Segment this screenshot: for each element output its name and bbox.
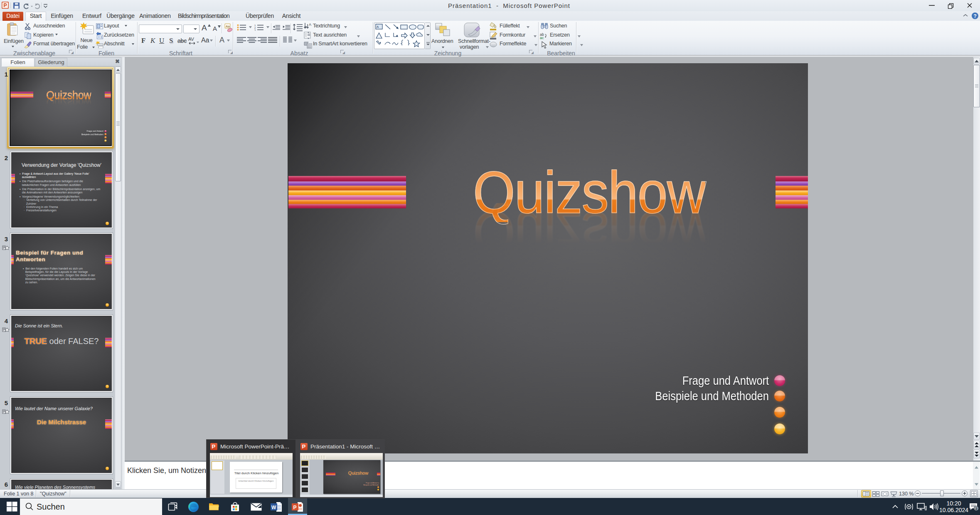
svg-text:Aa: Aa bbox=[226, 25, 230, 28]
svg-text:P: P bbox=[293, 505, 297, 510]
svg-text:A: A bbox=[309, 22, 311, 27]
svg-text:2: 2 bbox=[975, 507, 978, 511]
svg-text:W: W bbox=[271, 505, 276, 510]
svg-text:A: A bbox=[377, 25, 379, 29]
svg-text:?: ? bbox=[974, 13, 977, 19]
svg-text:P: P bbox=[4, 2, 7, 8]
svg-text:AV: AV bbox=[188, 37, 195, 42]
svg-text:3: 3 bbox=[254, 29, 256, 31]
svg-text:ac: ac bbox=[540, 36, 544, 39]
